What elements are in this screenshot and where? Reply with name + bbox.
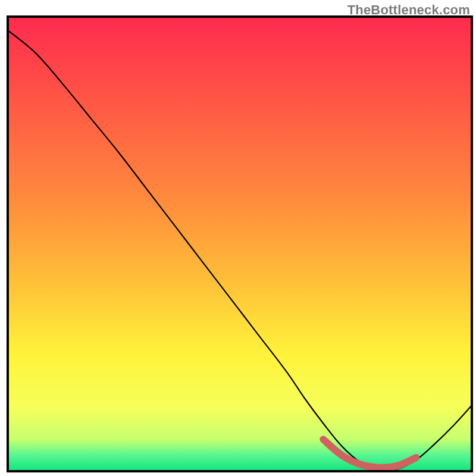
bottleneck-chart (0, 0, 476, 476)
attribution-label: TheBottleneck.com (347, 2, 470, 18)
chart-stage: TheBottleneck.com (0, 0, 476, 476)
gradient-background (8, 17, 472, 471)
